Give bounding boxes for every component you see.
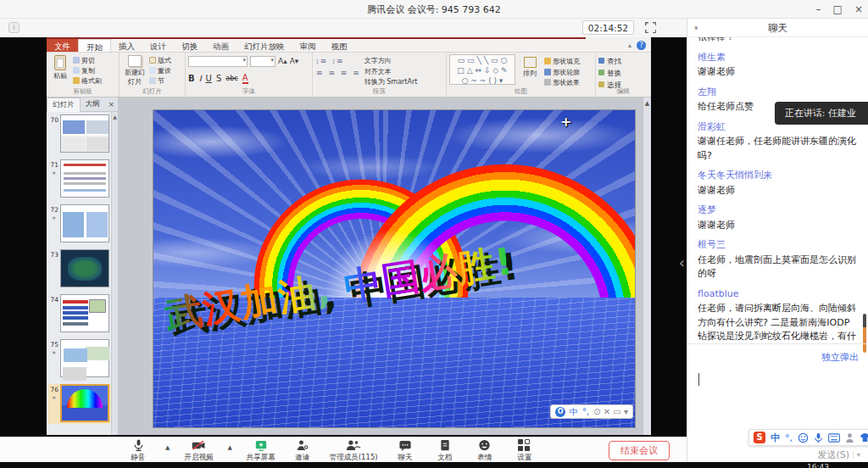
find-button[interactable]: 查找 (598, 57, 648, 67)
fullscreen-icon[interactable] (645, 22, 656, 33)
ime-language-toggle[interactable]: 中 (570, 406, 578, 418)
current-slide[interactable]: 武汉加油, 中国必胜! 武汉加油, 中国必胜! + O 中 °, ⊙ ✕ ▭ ▾ (153, 109, 636, 428)
panel-close-icon[interactable]: × (108, 100, 118, 109)
help-icon[interactable]: ? (637, 41, 646, 50)
slide-scrollbar[interactable]: ▲ (643, 98, 651, 435)
chat-collapse-arrow-icon[interactable]: ‹ (679, 254, 685, 271)
bold-button[interactable]: B (188, 74, 195, 83)
strikethrough-button[interactable]: abc (225, 75, 237, 82)
shape-effects-button[interactable]: 形状效果 (544, 78, 580, 87)
invite-button[interactable]: 邀请 (290, 438, 315, 463)
settings-button[interactable]: 设置 (512, 438, 537, 463)
send-button[interactable]: 发送(S) (817, 448, 849, 461)
ime-keyboard-icon[interactable] (828, 433, 840, 443)
tab-home[interactable]: 开始 (78, 39, 111, 52)
send-options-chevron-icon[interactable]: ▾ (853, 451, 860, 459)
slide-thumbnail[interactable]: 73 (48, 249, 112, 289)
mute-button[interactable]: 静音 (125, 438, 151, 463)
new-slide-button[interactable]: 新建幻灯片 (122, 54, 147, 86)
ime-language-toggle[interactable]: 中 (771, 432, 780, 444)
ime-mic-icon[interactable] (814, 432, 823, 443)
scroll-up-icon[interactable]: ▲ (113, 114, 117, 120)
tab-animations[interactable]: 动画 (205, 39, 236, 52)
chat-button[interactable]: 聊天 (392, 438, 418, 463)
slide-thumbnail[interactable]: 74 (48, 294, 112, 334)
tab-outline-panel[interactable]: 大纲 (81, 98, 105, 111)
share-screen-button[interactable]: 共享屏幕 (247, 438, 275, 463)
tab-slides-panel[interactable]: 幻灯片 (47, 98, 81, 112)
list-buttons-icon[interactable]: ⁝≡ ⁝≡ (316, 57, 361, 65)
ime-toolbar-slide[interactable]: O 中 °, ⊙ ✕ ▭ ▾ (550, 404, 633, 419)
shape-outline-button[interactable]: 形状轮廓 (544, 68, 580, 77)
end-meeting-button[interactable]: 结束会议 (609, 441, 670, 460)
text-shadow-button[interactable]: S (216, 74, 221, 83)
ime-punctuation-toggle[interactable]: °, (785, 432, 793, 443)
ime-person-icon[interactable] (845, 432, 854, 443)
underline-button[interactable]: U (206, 74, 212, 83)
replace-button[interactable]: 替换 (598, 69, 648, 79)
mute-options-chevron[interactable]: ▲ (165, 444, 170, 451)
slide-thumbnail[interactable]: 70 (48, 114, 112, 154)
popout-link[interactable]: 独立弹出 (821, 351, 859, 364)
tab-design[interactable]: 设计 (142, 39, 174, 52)
slide-thumbnail-selected[interactable]: 76★ (48, 384, 112, 424)
tab-slideshow[interactable]: 幻灯片放映 (236, 39, 292, 52)
italic-button[interactable]: I (199, 74, 202, 83)
layout-button[interactable]: 版式 (149, 56, 171, 65)
ime-toolbar-chat[interactable]: S 中 °, (748, 429, 868, 446)
ribbon-minimize-icon[interactable]: ▴ (628, 42, 632, 49)
align-text-button[interactable]: 对齐文本 (364, 67, 418, 76)
sogou-ime-icon[interactable]: S (754, 432, 765, 443)
shrink-font-button[interactable]: A▾ (290, 57, 299, 65)
slide-thumbnail[interactable]: 71★ (48, 159, 112, 199)
thumbnails-scrollbar[interactable]: ▲ (111, 112, 118, 435)
reset-button[interactable]: 重设 (149, 66, 171, 75)
format-painter-button[interactable]: 格式刷 (73, 76, 102, 86)
font-size-combobox[interactable] (250, 56, 275, 67)
slide-thumbnail[interactable]: 75★ (48, 339, 112, 379)
maximize-icon[interactable]: □ (833, 0, 843, 19)
ime-skin-icon[interactable] (860, 432, 868, 443)
font-color-button[interactable]: A (242, 73, 248, 84)
chat-input-area[interactable]: 独立弹出 S 中 °, 发送(S) ▾ (687, 343, 868, 468)
tab-view[interactable]: 视图 (324, 39, 355, 52)
shape-outline-icon (544, 69, 551, 75)
ime-emoji-icon[interactable] (798, 432, 809, 443)
slide-thumbnail[interactable]: 72★ (48, 204, 112, 244)
grow-font-button[interactable]: A▴ (278, 57, 287, 65)
shape-fill-button[interactable]: 形状填充 (544, 57, 580, 66)
alignment-buttons-icon[interactable]: ≡ ≡ ≡ ≡ (316, 69, 361, 77)
font-name-combobox[interactable] (188, 56, 248, 67)
chat-text: 任老师，地震剖面上莫霍面是怎么识别的呀 (698, 254, 859, 281)
ime-tools-icons[interactable]: ⊙ ✕ ▭ ▾ (593, 407, 628, 416)
docs-button[interactable]: 文档 (432, 438, 458, 463)
convert-smartart-button[interactable]: 转换为 SmartArt (364, 77, 418, 86)
reset-icon (149, 67, 156, 74)
emoji-button[interactable]: 表情 (472, 438, 498, 463)
video-options-chevron[interactable]: ▲ (227, 444, 231, 451)
manage-members-button[interactable]: 管理成员(115) (330, 438, 378, 463)
section-button[interactable]: 节 (149, 76, 171, 86)
minimize-icon[interactable]: – (816, 0, 821, 19)
tab-review[interactable]: 审阅 (292, 39, 324, 52)
meeting-subbar: i 02:14:52 (0, 19, 687, 37)
ime-punctuation-toggle[interactable]: °, (582, 407, 589, 416)
ribbon-group-drawing: ▭ ▭ ╲ ╲ ▭ ○ □ △ ⇔ ⇩ ◇ ✎ ○ ~ ~ ( ) ▾ 排列 形… (447, 53, 596, 97)
titlebar: 腾讯会议 会议号: 945 793 642 – □ × (0, 0, 868, 19)
paste-button[interactable]: 粘贴 (49, 54, 71, 86)
tab-file[interactable]: 文件 (47, 39, 78, 52)
tab-transitions[interactable]: 切换 (174, 39, 205, 52)
close-icon[interactable]: × (854, 0, 863, 19)
start-video-button[interactable]: 开启视频 (184, 438, 213, 463)
chat-message-list[interactable]: 很棒棒？ 维生素 谢谢老师 左翔 给任老师点赞 滑彩虹 谢谢任老师，任老师能讲讲… (687, 37, 868, 343)
arrange-button[interactable]: 排列 (515, 54, 544, 78)
ime-logo-icon[interactable]: O (555, 407, 565, 417)
shapes-gallery[interactable]: ▭ ▭ ╲ ╲ ▭ ○ □ △ ⇔ ⇩ ◇ ✎ ○ ~ ~ ( ) ▾ (449, 54, 515, 85)
tab-insert[interactable]: 插入 (111, 39, 142, 52)
meeting-info-icon[interactable]: i (8, 22, 19, 33)
copy-button[interactable]: 复制 (73, 66, 102, 75)
chevron-down-icon[interactable]: ▾ (694, 19, 698, 37)
cut-button[interactable]: 剪切 (73, 56, 102, 65)
scroll-up-icon[interactable]: ▲ (645, 100, 649, 107)
text-direction-button[interactable]: 文字方向 (364, 56, 418, 65)
